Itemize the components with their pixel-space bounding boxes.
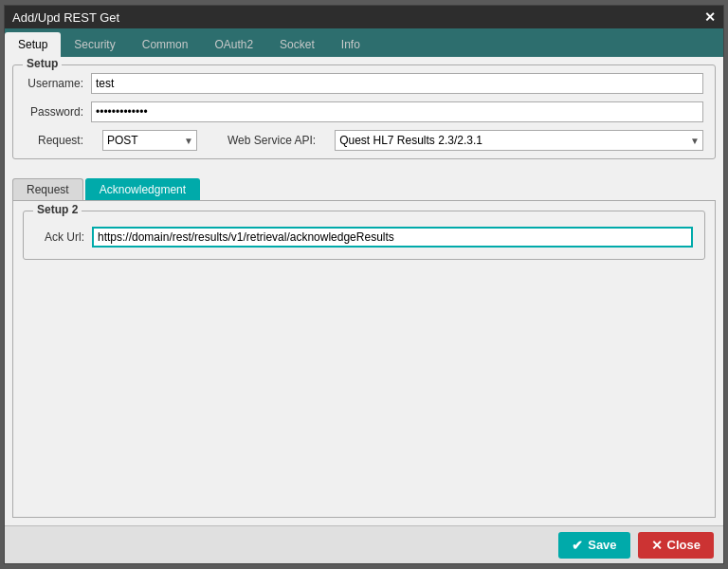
tab-socket[interactable]: Socket xyxy=(266,32,328,57)
tab-acknowledgment[interactable]: Acknowledgment xyxy=(85,178,200,200)
setup-group-legend: Setup xyxy=(23,57,62,70)
request-select-wrapper: POST GET PUT DELETE ▼ xyxy=(102,130,197,151)
tab-request[interactable]: Request xyxy=(12,178,83,200)
inner-tabs: Request Acknowledgment xyxy=(12,178,716,200)
tab-security[interactable]: Security xyxy=(61,32,128,57)
dialog-body: Setup Username: Password: Request: POST … xyxy=(5,57,723,525)
dialog-title: Add/Upd REST Get xyxy=(12,10,119,25)
title-close-button[interactable]: ✕ xyxy=(704,9,716,25)
web-service-label: Web Service API: xyxy=(228,134,316,147)
inner-content: Setup 2 Ack Url: xyxy=(12,200,716,518)
setup2-group: Setup 2 Ack Url: xyxy=(23,211,705,260)
save-button[interactable]: ✔ Save xyxy=(558,532,629,559)
top-tabs: Setup Security Common OAuth2 Socket Info xyxy=(5,28,723,57)
web-service-select-wrapper: Quest HL7 Results 2.3/2.3.1 ▼ xyxy=(335,130,703,151)
tab-info[interactable]: Info xyxy=(328,32,373,57)
username-row: Username: xyxy=(25,73,703,94)
username-label: Username: xyxy=(25,77,91,90)
username-input[interactable] xyxy=(91,73,703,94)
tab-common[interactable]: Common xyxy=(129,32,202,57)
request-row: Request: POST GET PUT DELETE ▼ Web Servi… xyxy=(25,130,703,151)
password-input[interactable] xyxy=(91,101,703,122)
inner-tab-section: Request Acknowledgment Setup 2 Ack Url: xyxy=(12,174,716,518)
close-label: Close xyxy=(667,538,701,552)
web-service-select[interactable]: Quest HL7 Results 2.3/2.3.1 xyxy=(335,130,703,151)
dialog: Add/Upd REST Get ✕ Setup Security Common… xyxy=(4,5,724,564)
setup2-group-legend: Setup 2 xyxy=(33,203,82,216)
tab-oauth2[interactable]: OAuth2 xyxy=(201,32,266,57)
ack-label: Ack Url: xyxy=(35,230,92,244)
save-label: Save xyxy=(588,538,616,552)
close-icon: ✕ xyxy=(651,538,663,553)
title-bar: Add/Upd REST Get ✕ xyxy=(5,6,723,28)
request-select[interactable]: POST GET PUT DELETE xyxy=(102,130,197,151)
ack-url-input[interactable] xyxy=(92,227,693,248)
ack-row: Ack Url: xyxy=(35,227,693,248)
tab-setup[interactable]: Setup xyxy=(5,32,61,57)
save-icon: ✔ xyxy=(572,538,583,553)
dialog-footer: ✔ Save ✕ Close xyxy=(5,525,723,563)
password-row: Password: xyxy=(25,101,703,122)
setup-group: Setup Username: Password: Request: POST … xyxy=(12,64,716,159)
request-label: Request: xyxy=(25,134,91,147)
close-button[interactable]: ✕ Close xyxy=(638,532,714,559)
password-label: Password: xyxy=(25,105,91,119)
